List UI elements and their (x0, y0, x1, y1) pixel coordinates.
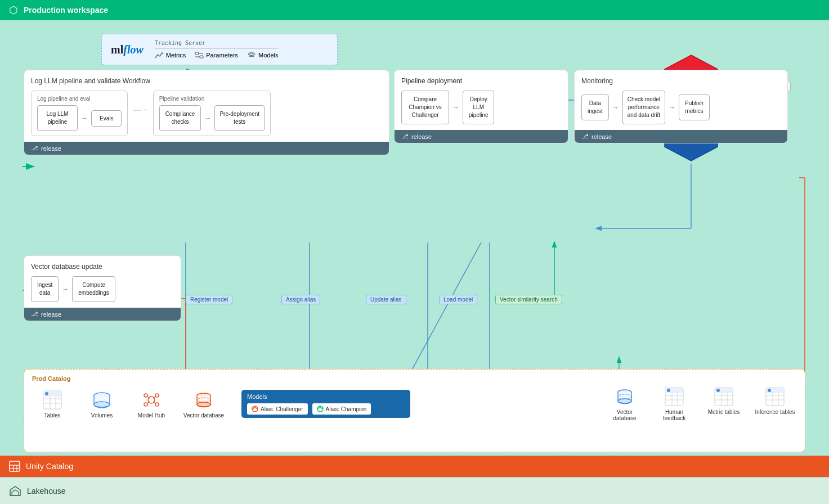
lakehouse-title: Lakehouse (27, 487, 66, 496)
svg-rect-24 (195, 52, 199, 55)
alias-challenger-label: Alias: Challenger (261, 406, 303, 412)
svg-point-64 (667, 389, 670, 392)
check-model-performance-box: Check modelperformanceand data drift (622, 91, 665, 124)
arrow-mon-1: → (612, 104, 619, 111)
svg-point-46 (144, 394, 147, 397)
release-bar-1: ⎇ release (24, 142, 389, 155)
release-bar-4: ⎇ release (24, 308, 181, 321)
catalog-vector-db-item: Vector database (181, 390, 227, 418)
main-background: mlflow Tracking Server Metrics Parameter… (0, 20, 829, 504)
parameters-item: Parameters (195, 51, 238, 59)
log-pipeline-eval-group: Log pipeline and eval Log LLMpipeline → … (31, 91, 128, 136)
svg-point-47 (155, 394, 159, 397)
catalog-model-hub-item: Model Hub (131, 390, 172, 418)
human-feedback-label: Human feedback (654, 409, 694, 421)
svg-point-44 (94, 402, 110, 407)
pipeline-validation-group: Pipeline validation Compliancechecks → P… (153, 91, 271, 136)
data-ingest-box: Dataingest (581, 94, 609, 120)
workspace-icon: ⬡ (9, 4, 18, 16)
alias-challenger: Alias: Challenger (247, 403, 308, 415)
arrow-deploy: → (452, 104, 459, 111)
release-bar-3: ⎇ release (575, 130, 787, 143)
catalog-volumes-item: Volumes (82, 390, 122, 418)
catalog-models-title: Models (247, 393, 405, 400)
catalog-human-feedback: Human feedback (654, 386, 694, 421)
mlflow-logo: mlflow (111, 43, 144, 56)
log-llm-pipeline-box: Log LLMpipeline (37, 105, 78, 131)
compare-champion-box: CompareChampion vsChallenger (401, 91, 449, 124)
alias-champion: Alias: Champion (312, 403, 371, 415)
tables-label: Tables (44, 412, 61, 418)
update-alias-badge: Update alias (366, 295, 406, 304)
catalog-right-items: Vector database Human feedback Metric ta… (604, 386, 797, 421)
publish-metrics-box: Publishmetrics (679, 94, 710, 120)
log-group-title: Log pipeline and eval (37, 96, 122, 102)
ingest-data-box: Ingestdata (31, 276, 59, 302)
release-icon-4: ⎇ (31, 310, 38, 318)
metrics-item: Metrics (155, 51, 186, 59)
inference-tables-label: Inference tables (755, 409, 795, 415)
arrow-vdb: → (62, 285, 69, 293)
unity-catalog-bar: Unity Catalog (0, 456, 829, 477)
vector-db-update-box: Vector database update Ingestdata → Comp… (24, 255, 181, 321)
lakehouse-icon (9, 485, 21, 497)
vector-db-title: Vector database update (31, 263, 174, 271)
catalog-vector-db-label: Vector database (183, 412, 224, 418)
svg-point-60 (618, 399, 631, 403)
catalog-inference-tables: Inference tables (753, 386, 797, 421)
workspace-title: Production workspace (24, 6, 108, 15)
alias-champion-label: Alias: Champion (326, 406, 367, 412)
arrow-2: → (204, 114, 211, 122)
release-icon-1: ⎇ (31, 145, 38, 152)
svg-point-71 (716, 389, 720, 392)
svg-point-55 (197, 402, 210, 407)
model-hub-label: Model Hub (138, 412, 165, 418)
lakehouse-bar: Lakehouse (0, 477, 829, 504)
mlflow-tracking-box: mlflow Tracking Server Metrics Parameter… (101, 34, 338, 65)
release-label-2: release (411, 133, 432, 140)
prod-catalog-area: Prod Catalog Tables Volumes Model Hub Ve… (24, 369, 805, 452)
unity-catalog-title: Unity Catalog (26, 462, 73, 471)
vector-similarity-badge: Vector similarity search (495, 295, 562, 304)
right-vector-db-label: Vector database (604, 409, 645, 421)
arrow-1: → (81, 114, 88, 122)
release-label-1: release (41, 145, 61, 152)
monitoring-title: Monitoring (581, 77, 781, 85)
catalog-right-vector-db: Vector database (604, 386, 645, 421)
pipeline-deployment-title: Pipeline deployment (401, 77, 561, 85)
log-workflow-title: Log LLM pipeline and validate Workflow (31, 77, 382, 85)
release-label-3: release (591, 133, 612, 140)
assign-alias-badge: Assign alias (281, 295, 320, 304)
catalog-models-box: Models Alias: Challenger Alias: Champion (241, 390, 410, 418)
arrow-mon-2: → (669, 104, 675, 111)
release-bar-2: ⎇ release (395, 130, 568, 143)
catalog-metric-tables: Metric tables (703, 386, 744, 421)
volumes-label: Volumes (91, 412, 113, 418)
svg-point-38 (45, 392, 48, 395)
register-model-badge: Register model (186, 295, 232, 304)
unity-catalog-icon (9, 461, 20, 472)
catalog-tables-item: Tables (32, 390, 73, 418)
evals-box: Evals (91, 110, 122, 127)
top-bar: ⬡ Production workspace (0, 0, 829, 20)
pre-deployment-tests-box: Pre-deploymenttests (214, 105, 265, 131)
models-item: Models (247, 51, 278, 59)
deploy-llm-pipeline-box: DeployLLMpipeline (463, 91, 494, 124)
release-icon-2: ⎇ (401, 133, 409, 140)
prod-catalog-title: Prod Catalog (32, 375, 797, 382)
release-label-4: release (41, 311, 61, 318)
load-model-badge: Load model (439, 295, 477, 304)
validation-group-title: Pipeline validation (159, 96, 265, 102)
svg-point-49 (155, 403, 159, 406)
svg-point-78 (768, 389, 771, 392)
svg-rect-25 (200, 56, 203, 58)
svg-point-48 (144, 403, 147, 406)
dashed-arrow: - - - → (133, 91, 147, 113)
release-icon-3: ⎇ (581, 133, 589, 140)
metric-tables-label: Metric tables (708, 409, 740, 415)
tracking-server-label: Tracking Server (155, 40, 279, 49)
compute-embeddings-box: Computeembeddings (72, 276, 115, 302)
monitoring-box: Monitoring Dataingest → Check modelperfo… (574, 70, 788, 143)
compliance-checks-box: Compliancechecks (159, 105, 201, 131)
log-llm-workflow-box: Log LLM pipeline and validate Workflow L… (24, 70, 389, 155)
